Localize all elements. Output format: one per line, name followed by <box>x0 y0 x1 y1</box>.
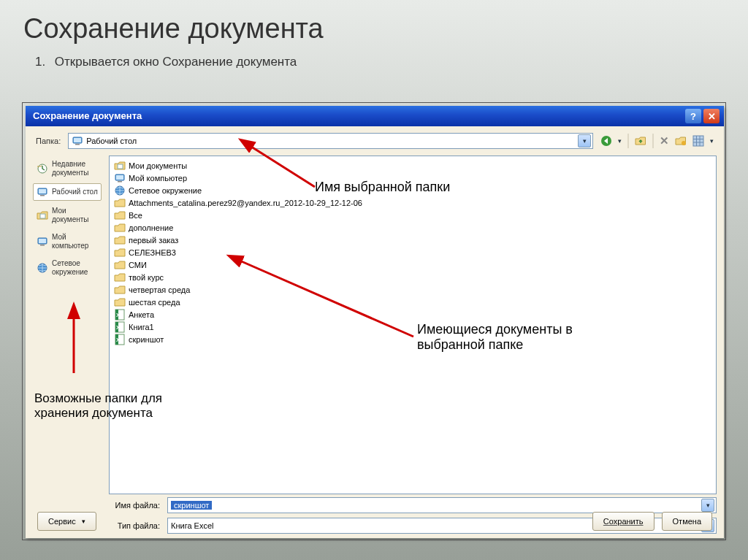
place-label: Мои документы <box>52 207 98 224</box>
file-item[interactable]: четвертая среда <box>114 283 711 296</box>
annotation-possible-folders: Возможные папки для хранения документа <box>34 391 162 421</box>
svg-rect-2 <box>75 144 80 145</box>
file-item[interactable]: твой курс <box>114 271 711 283</box>
svg-point-4 <box>682 141 686 145</box>
chevron-down-icon[interactable]: ▾ <box>701 499 714 512</box>
svg-rect-17 <box>40 245 45 246</box>
file-label: шестая среда <box>129 298 180 307</box>
place-item[interactable]: Сетевое окружение <box>33 256 102 280</box>
svg-rect-19 <box>118 164 123 169</box>
file-item[interactable]: XАнкета <box>114 308 711 321</box>
folder-icon <box>114 197 126 209</box>
excel-icon: X <box>114 309 126 321</box>
folder-icon <box>114 284 126 296</box>
file-item[interactable]: СМИ <box>114 258 711 271</box>
svg-rect-22 <box>118 181 122 183</box>
svg-rect-16 <box>39 239 46 243</box>
file-label: дополнение <box>129 223 173 232</box>
folder-icon <box>114 210 126 221</box>
place-label: Рабочий стол <box>52 188 98 196</box>
folder-icon <box>114 247 126 258</box>
filetype-value: Книга Excel <box>171 521 213 530</box>
places-bar: Недавние документыРабочий столМои докуме… <box>26 156 106 538</box>
up-folder-icon[interactable] <box>635 135 646 147</box>
file-label: Attachments_catalina.perez92@yandex.ru_2… <box>129 199 362 207</box>
back-icon[interactable] <box>600 135 612 147</box>
place-label: Мой компьютер <box>52 233 98 250</box>
file-item[interactable]: Все <box>114 209 711 221</box>
file-item[interactable]: СЕЛЕЗНЕВ3 <box>114 246 711 258</box>
file-item[interactable]: шестая среда <box>114 296 711 308</box>
annotation-line: Имеющиеся документы в <box>417 322 573 337</box>
folder-icon <box>114 296 126 308</box>
excel-icon: X <box>114 321 126 333</box>
annotation-line: хранения документа <box>34 406 162 421</box>
annotation-folder-name: Имя выбранной папки <box>315 180 450 195</box>
annotation-line: выбранной папке <box>417 337 573 353</box>
file-label: Книга1 <box>129 323 154 331</box>
filetype-label: Тип файла: <box>109 521 167 530</box>
dialog-body: Недавние документыРабочий столМои докуме… <box>26 156 724 538</box>
file-item[interactable]: Attachments_catalina.perez92@yandex.ru_2… <box>114 196 711 209</box>
service-button-wrap: Сервис ▾ <box>37 512 96 531</box>
file-list[interactable]: Мои документыМой компьютерСетевое окруже… <box>109 156 717 494</box>
computer-icon <box>37 236 48 248</box>
slide-title: Сохранение документа <box>23 13 726 45</box>
list-number: 1. <box>35 55 51 69</box>
folder-combo-value: Рабочий стол <box>86 137 137 145</box>
back-dropdown-icon[interactable]: ▾ <box>618 137 622 145</box>
file-item[interactable]: дополнение <box>114 221 711 234</box>
svg-rect-21 <box>116 175 123 180</box>
file-label: Все <box>129 211 142 220</box>
delete-icon[interactable]: ✕ <box>660 134 669 147</box>
dialog-title: Сохранение документа <box>33 106 683 126</box>
place-item[interactable]: Мои документы <box>33 204 102 227</box>
views-icon[interactable] <box>692 135 704 147</box>
file-label: Анкета <box>129 310 154 319</box>
file-label: твой курс <box>129 273 164 282</box>
chevron-down-icon: ▾ <box>82 518 85 525</box>
svg-rect-1 <box>74 138 81 142</box>
close-button[interactable]: ✕ <box>703 109 720 123</box>
save-as-dialog: Сохранение документа ? ✕ Папка: Рабочий … <box>26 106 724 538</box>
file-label: СЕЛЕЗНЕВ3 <box>129 248 176 257</box>
file-label: первый заказ <box>129 236 178 245</box>
new-folder-icon[interactable] <box>675 135 687 147</box>
folder-combo[interactable]: Рабочий стол ▾ <box>68 133 593 149</box>
dialog-toolbar: Папка: Рабочий стол ▾ ▾ ✕ ▾ <box>26 126 724 156</box>
filename-input[interactable]: скриншот ▾ <box>167 497 717 513</box>
save-button[interactable]: Сохранить <box>592 512 654 531</box>
network-icon <box>114 185 126 196</box>
svg-text:X: X <box>116 324 121 331</box>
folder-icon <box>114 272 126 283</box>
recent-icon <box>37 163 48 174</box>
views-dropdown-icon[interactable]: ▾ <box>710 137 714 145</box>
folder-label: Папка: <box>36 137 61 145</box>
file-item[interactable]: первый заказ <box>114 234 711 246</box>
place-item[interactable]: Мой компьютер <box>33 230 102 253</box>
mydocs-icon <box>114 160 126 172</box>
file-label: четвертая среда <box>129 285 190 294</box>
file-label: СМИ <box>129 261 147 269</box>
svg-rect-14 <box>40 214 45 218</box>
excel-icon: X <box>114 334 126 345</box>
place-item[interactable]: Рабочий стол <box>33 183 102 201</box>
dialog-titlebar[interactable]: Сохранение документа ? ✕ <box>26 106 724 126</box>
filename-value: скриншот <box>171 501 212 510</box>
file-item[interactable]: Xскриншот <box>114 333 711 345</box>
dialog-screenshot-frame: Сохранение документа ? ✕ Папка: Рабочий … <box>22 102 726 540</box>
help-button[interactable]: ? <box>685 109 701 123</box>
file-item[interactable]: Мои документы <box>114 159 711 172</box>
file-label: Мои документы <box>129 161 187 170</box>
chevron-down-icon[interactable]: ▾ <box>578 134 591 147</box>
service-button[interactable]: Сервис ▾ <box>37 512 96 531</box>
place-label: Недавние документы <box>52 160 98 177</box>
main-area: Мои документыМой компьютерСетевое окруже… <box>106 156 724 538</box>
service-button-label: Сервис <box>48 517 76 526</box>
file-item[interactable]: XКнига1 <box>114 321 711 333</box>
file-label: Мой компьютер <box>129 174 187 183</box>
folder-icon <box>114 259 126 271</box>
place-item[interactable]: Недавние документы <box>33 157 102 180</box>
cancel-button[interactable]: Отмена <box>662 512 712 531</box>
separator <box>652 134 654 148</box>
